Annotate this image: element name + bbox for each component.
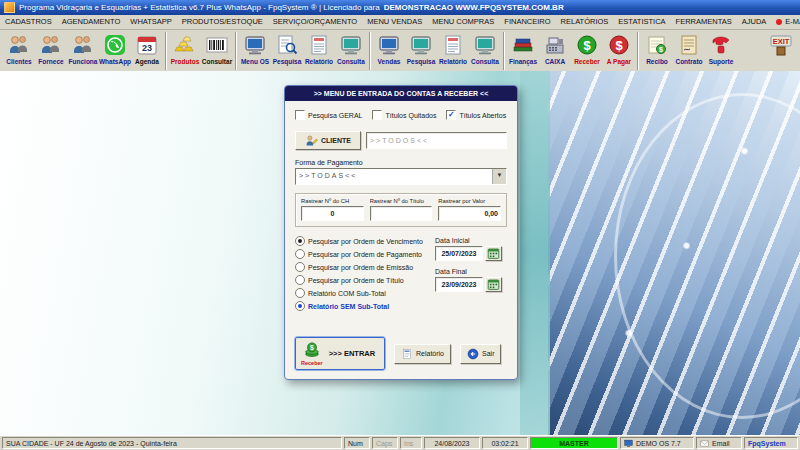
toolbar-button-contrato[interactable]: Contrato xyxy=(673,31,705,66)
toolbar-button-agenda[interactable]: 23Agenda xyxy=(131,31,163,66)
toolbar-button-financas[interactable]: Finanças xyxy=(507,31,539,66)
radio-pesquisar-por-ordem-de-pagamento[interactable]: Pesquisar por Ordem de Pagamento xyxy=(295,249,435,259)
radio-pesquisar-por-ordem-de-vencimento[interactable]: Pesquisar por Ordem de Vencimento xyxy=(295,236,435,246)
menu-item-e-mail[interactable]: E-MAIL xyxy=(771,15,800,29)
menu-item-produtos-estoque[interactable]: PRODUTOS/ESTOQUE xyxy=(177,15,268,29)
toolbar-separator xyxy=(637,32,639,70)
toolbar-button-vendas[interactable]: Vendas xyxy=(373,31,405,66)
menu-item-menu-vendas[interactable]: MENU VENDAS xyxy=(362,15,427,29)
toolbar-button-caixa[interactable]: CAIXA xyxy=(539,31,571,66)
checkbox-box xyxy=(295,110,305,120)
radio-label: Relatório SEM Sub-Total xyxy=(308,303,389,310)
radio-indicator xyxy=(295,275,305,285)
menu-item-financeiro[interactable]: FINANCEIRO xyxy=(499,15,555,29)
menu-item-label: RELATÓRIOS xyxy=(561,15,609,29)
svg-text:$: $ xyxy=(583,38,591,53)
rastrear-field-rastrear-n-do-ch: Rastrear Nº do CH0 xyxy=(301,198,364,221)
radio-indicator xyxy=(295,236,305,246)
checkbox-pesquisa-geral[interactable]: Pesquisa GERAL xyxy=(295,110,362,120)
toolbar-label: Relatório xyxy=(439,58,467,66)
toolbar-button-clientes[interactable]: Clientes xyxy=(3,31,35,66)
rastrear-input-rastrear-por-valor[interactable]: 0,00 xyxy=(438,206,501,221)
menu-item-servico-orcamento[interactable]: SERVIÇO/ORÇAMENTO xyxy=(268,15,362,29)
toolbar-button-consulta[interactable]: Consulta xyxy=(469,31,501,66)
entrar-button-label: >>> ENTRAR xyxy=(329,349,375,358)
gold-bars-icon xyxy=(172,32,198,58)
menu-item-menu-compras[interactable]: MENU COMPRAS xyxy=(427,15,499,29)
radio-pesquisar-por-ordem-de-titulo[interactable]: Pesquisar por Ordem de Título xyxy=(295,275,435,285)
menu-bar: CADASTROSAGENDAMENTOWHATSAPPPRODUTOS/EST… xyxy=(0,15,800,30)
forma-pagamento-select[interactable]: >>TODAS<< ▼ xyxy=(295,168,507,185)
checkbox-label: Pesquisa GERAL xyxy=(308,112,362,119)
relatorio-button[interactable]: Relatório xyxy=(394,344,451,364)
staircase-artwork xyxy=(548,71,800,435)
monitor-teal-icon xyxy=(338,32,364,58)
status-segment-demo-os-7-7: DEMO OS 7.7 xyxy=(620,437,694,449)
menu-item-agendamento[interactable]: AGENDAMENTO xyxy=(57,15,126,29)
toolbar-button-relatorio[interactable]: Relatório xyxy=(303,31,335,66)
status-segment-sua-cidade-uf-24-de-agosto-de-2023-quinta-feira: SUA CIDADE - UF 24 de Agosto de 2023 - Q… xyxy=(2,437,342,449)
rastrear-input-rastrear-n-do-titulo[interactable] xyxy=(370,206,433,221)
menu-item-cadastros[interactable]: CADASTROS xyxy=(0,15,57,29)
radio-relatorio-com-sub-total[interactable]: Relatório COM Sub-Total xyxy=(295,288,435,298)
toolbar-button-consulta[interactable]: Consulta xyxy=(335,31,367,66)
chevron-down-icon[interactable]: ▼ xyxy=(492,169,506,184)
toolbar-button-relatorio[interactable]: Relatório xyxy=(437,31,469,66)
search-doc-icon xyxy=(274,32,300,58)
menu-item-ferramentas[interactable]: FERRAMENTAS xyxy=(671,15,737,29)
status-bar: SUA CIDADE - UF 24 de Agosto de 2023 - Q… xyxy=(0,435,800,450)
toolbar-label: Fornece xyxy=(38,58,63,66)
toolbar-separator xyxy=(235,32,237,70)
menu-item-label: FERRAMENTAS xyxy=(676,15,732,29)
toolbar-button-suporte[interactable]: Suporte xyxy=(705,31,737,66)
data-inicial-calendar-button[interactable] xyxy=(485,246,502,261)
toolbar-button-pesquisa[interactable]: Pesquisa xyxy=(271,31,303,66)
checkbox-titulos-abertos[interactable]: ✓Títulos Abertos xyxy=(446,110,506,120)
rastrear-input-rastrear-n-do-ch[interactable]: 0 xyxy=(301,206,364,221)
toolbar-button-funciona[interactable]: Funciona xyxy=(67,31,99,66)
menu-item-label: MENU VENDAS xyxy=(367,15,422,29)
relatorio-doc-icon xyxy=(401,348,413,360)
report-icon xyxy=(306,32,332,58)
entrar-button[interactable]: $ Receber >>> ENTRAR xyxy=(295,337,385,370)
toolbar-button-exit[interactable]: EXIT xyxy=(765,31,797,58)
dollar-green-icon: $ xyxy=(574,32,600,58)
radio-indicator xyxy=(295,301,305,311)
menu-item-whatsapp[interactable]: WHATSAPP xyxy=(125,15,177,29)
toolbar: ClientesForneceFuncionaWhatsApp23AgendaP… xyxy=(0,30,800,75)
menu-item-label: PRODUTOS/ESTOQUE xyxy=(182,15,263,29)
status-segment-03-02-21: 03:02:21 xyxy=(482,437,528,449)
toolbar-button-fornece[interactable]: Fornece xyxy=(35,31,67,66)
menu-item-label: SERVIÇO/ORÇAMENTO xyxy=(273,15,357,29)
dollar-red-icon: $ xyxy=(606,32,632,58)
radio-pesquisar-por-ordem-de-emissao[interactable]: Pesquisar por Ordem de Emissão xyxy=(295,262,435,272)
cliente-button[interactable]: CLIENTE xyxy=(295,131,361,150)
toolbar-label: Receber xyxy=(574,58,600,66)
toolbar-button-receber[interactable]: $Receber xyxy=(571,31,603,66)
checkbox-box xyxy=(372,110,382,120)
radio-relatorio-sem-sub-total[interactable]: Relatório SEM Sub-Total xyxy=(295,301,435,311)
toolbar-button-menu-os[interactable]: Menu OS xyxy=(239,31,271,66)
toolbar-button-consultar[interactable]: Consultar xyxy=(201,31,233,66)
checkbox-titulos-quitados[interactable]: Títulos Quitados xyxy=(372,110,436,120)
menu-item-label: E-MAIL xyxy=(785,15,800,29)
cliente-value-field[interactable]: >>TODOS<< xyxy=(366,132,507,149)
checkbox-label: Títulos Quitados xyxy=(385,112,436,119)
checkbox-label: Títulos Abertos xyxy=(459,112,506,119)
status-segment-text: MASTER xyxy=(559,440,589,447)
monitor-mini-icon xyxy=(624,439,633,448)
toolbar-button-recibo[interactable]: $Recibo xyxy=(641,31,673,66)
status-segment-text: SUA CIDADE - UF 24 de Agosto de 2023 - Q… xyxy=(6,440,177,447)
sair-button[interactable]: Sair xyxy=(460,344,501,364)
menu-item-ajuda[interactable]: AJUDA xyxy=(737,15,772,29)
menu-item-estatistica[interactable]: ESTATISTICA xyxy=(613,15,670,29)
toolbar-button-pesquisa[interactable]: Pesquisa xyxy=(405,31,437,66)
toolbar-button-a-pagar[interactable]: $A Pagar xyxy=(603,31,635,66)
toolbar-button-produtos[interactable]: Produtos xyxy=(169,31,201,66)
data-inicial-input[interactable]: 25/07/2023 xyxy=(435,246,483,261)
status-segment-text: 24/08/2023 xyxy=(434,440,469,447)
toolbar-button-whatsapp[interactable]: WhatsApp xyxy=(99,31,131,66)
menu-item-relatorios[interactable]: RELATÓRIOS xyxy=(556,15,614,29)
data-final-input[interactable]: 23/09/2023 xyxy=(435,277,483,292)
data-final-calendar-button[interactable] xyxy=(485,277,502,292)
